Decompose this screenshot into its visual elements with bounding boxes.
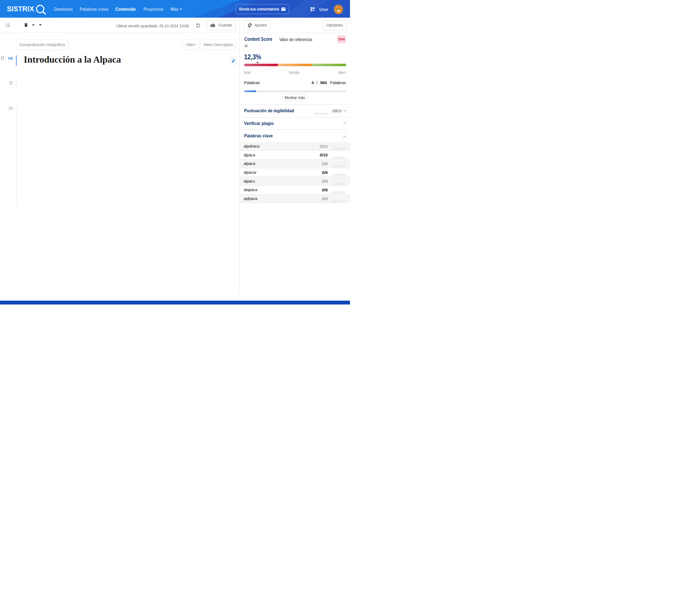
svg-text:?: ? (245, 45, 247, 47)
svg-text:3: 3 (9, 84, 10, 85)
